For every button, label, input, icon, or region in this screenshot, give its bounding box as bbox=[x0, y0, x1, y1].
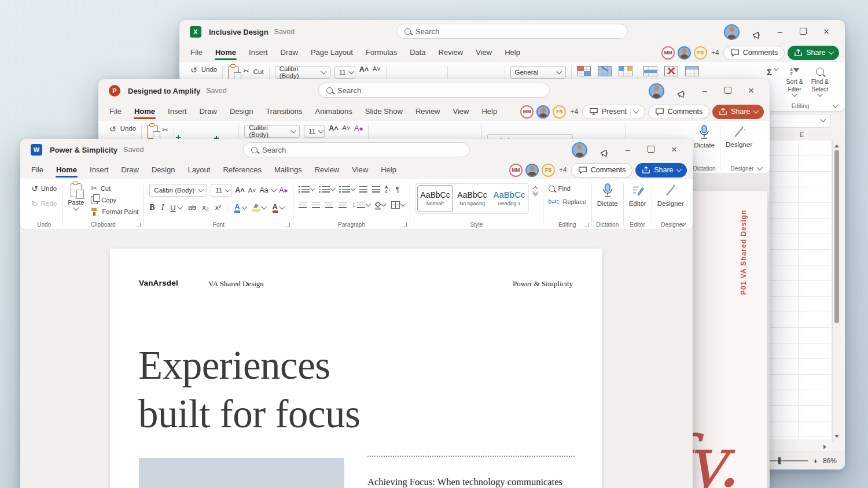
underline-icon[interactable]: U bbox=[170, 204, 175, 212]
minimize-button[interactable]: – bbox=[616, 139, 639, 161]
clear-formatting-icon[interactable]: A✱ bbox=[354, 125, 363, 132]
maximize-button[interactable] bbox=[716, 79, 740, 102]
zoom-slider-thumb[interactable] bbox=[778, 457, 781, 464]
font-name-combo[interactable]: Calibri (Body) bbox=[244, 125, 300, 138]
excel-tab-data[interactable]: Data bbox=[403, 44, 432, 61]
insert-cells-icon[interactable] bbox=[643, 66, 657, 76]
undo-icon[interactable]: ↺ bbox=[31, 184, 38, 193]
close-button[interactable]: × bbox=[663, 139, 686, 161]
grow-font-icon[interactable]: A˄ bbox=[329, 125, 338, 132]
cut-icon[interactable]: ✂ bbox=[162, 127, 168, 134]
word-tab-mailings[interactable]: Mailings bbox=[268, 161, 308, 179]
number-format-combo[interactable]: General bbox=[510, 66, 566, 79]
share-button[interactable]: Share bbox=[712, 105, 764, 119]
change-case-icon[interactable]: Aa bbox=[259, 187, 268, 194]
presence-avatar-mm[interactable]: MM bbox=[509, 164, 523, 177]
ppt-tab-review[interactable]: Review bbox=[409, 103, 447, 120]
scroll-up-arrow[interactable] bbox=[834, 142, 839, 147]
editor-icon[interactable] bbox=[631, 183, 644, 198]
ppt-tab-file[interactable]: File bbox=[103, 103, 128, 120]
presence-overflow-count[interactable]: +4 bbox=[711, 49, 719, 57]
ppt-tab-design[interactable]: Design bbox=[223, 103, 259, 120]
close-button[interactable]: × bbox=[740, 79, 763, 102]
designer-label[interactable]: Designer bbox=[657, 200, 684, 207]
shrink-font-icon[interactable]: A˅ bbox=[248, 187, 256, 194]
word-tab-review[interactable]: Review bbox=[308, 161, 346, 179]
maximize-button[interactable] bbox=[639, 139, 663, 161]
find-label[interactable]: Find bbox=[558, 185, 571, 192]
presence-avatar-fs[interactable]: FS bbox=[542, 164, 555, 177]
autosum-icon[interactable]: Σ bbox=[767, 68, 772, 76]
presence-avatar-photo[interactable] bbox=[678, 46, 691, 60]
ppt-search-box[interactable]: Search bbox=[318, 83, 550, 98]
font-size-combo[interactable]: 11 bbox=[211, 184, 231, 197]
excel-tab-home[interactable]: Home bbox=[209, 44, 242, 61]
excel-tab-help[interactable]: Help bbox=[498, 44, 527, 61]
excel-tab-view[interactable]: View bbox=[469, 44, 498, 61]
decrease-indent-icon[interactable] bbox=[359, 186, 367, 193]
word-tab-references[interactable]: References bbox=[216, 161, 267, 179]
paste-icon[interactable] bbox=[147, 125, 158, 139]
ppt-tab-home[interactable]: Home bbox=[128, 103, 161, 120]
conditional-formatting-icon[interactable] bbox=[577, 66, 591, 76]
designer-wand-icon[interactable] bbox=[664, 183, 677, 198]
font-name-combo[interactable]: Calibri (Body) bbox=[275, 66, 330, 79]
style-normal[interactable]: AaBbCc Normal* bbox=[417, 185, 453, 212]
ppt-tab-slide-show[interactable]: Slide Show bbox=[359, 103, 409, 120]
undo-icon[interactable]: ↺ bbox=[190, 66, 197, 74]
close-button[interactable]: × bbox=[815, 20, 838, 43]
presence-avatar-fs[interactable]: FS bbox=[553, 105, 566, 119]
comments-button[interactable]: Comments bbox=[723, 46, 785, 60]
scrollbar-thumb[interactable] bbox=[834, 150, 839, 323]
format-painter-label[interactable]: Format Paint bbox=[102, 208, 138, 215]
document-page[interactable]: VanArsdel VA Shared Design Power & Simpl… bbox=[110, 249, 602, 488]
font-size-combo[interactable]: 11 bbox=[334, 66, 355, 79]
font-color-icon[interactable]: A bbox=[273, 203, 278, 213]
user-avatar[interactable] bbox=[724, 24, 740, 40]
word-tab-file[interactable]: File bbox=[25, 161, 50, 179]
presence-overflow-count[interactable]: +4 bbox=[570, 108, 578, 116]
formula-bar-expand-chevron[interactable] bbox=[820, 117, 825, 122]
text-effects-icon[interactable]: A bbox=[234, 203, 240, 213]
paragraph-dialog-launcher[interactable] bbox=[402, 223, 407, 227]
shrink-font-icon[interactable]: A˅ bbox=[343, 125, 351, 131]
undo-label[interactable]: Undo bbox=[201, 66, 218, 73]
present-button[interactable]: Present bbox=[582, 105, 645, 119]
cut-icon[interactable]: ✂ bbox=[243, 68, 249, 75]
grow-font-icon[interactable]: A˄ bbox=[359, 66, 369, 73]
format-cells-icon[interactable] bbox=[685, 66, 699, 76]
share-button[interactable]: Share bbox=[788, 46, 839, 60]
feedback-megaphone-icon[interactable] bbox=[593, 142, 616, 158]
zoom-in-button[interactable]: + bbox=[813, 457, 818, 465]
align-right-icon[interactable] bbox=[325, 202, 333, 208]
excel-tab-insert[interactable]: Insert bbox=[242, 44, 274, 61]
scroll-down-arrow[interactable] bbox=[834, 435, 839, 440]
user-avatar[interactable] bbox=[649, 83, 664, 99]
excel-tab-file[interactable]: File bbox=[184, 44, 209, 61]
ppt-tab-view[interactable]: View bbox=[447, 103, 476, 120]
presence-avatar-photo[interactable] bbox=[525, 164, 539, 177]
subscript-icon[interactable]: x₂ bbox=[203, 204, 209, 212]
excel-tab-page-layout[interactable]: Page Layout bbox=[304, 44, 359, 61]
copy-label[interactable]: Copy bbox=[101, 197, 116, 204]
ppt-tab-transitions[interactable]: Transitions bbox=[259, 103, 308, 120]
sort-filter-button[interactable]: AZ Sort & Filter bbox=[786, 66, 803, 96]
format-as-table-icon[interactable] bbox=[598, 66, 612, 76]
style-no-spacing[interactable]: AaBbCc No Spacing bbox=[454, 185, 490, 212]
bullet-list-icon[interactable] bbox=[299, 186, 300, 193]
align-center-icon[interactable] bbox=[312, 202, 320, 208]
word-tab-home[interactable]: Home bbox=[50, 161, 83, 179]
copy-icon[interactable] bbox=[91, 196, 98, 204]
dictate-microphone-icon[interactable] bbox=[602, 183, 613, 198]
cut-label[interactable]: Cut bbox=[101, 185, 111, 192]
format-painter-icon[interactable] bbox=[91, 208, 98, 216]
cell-styles-icon[interactable] bbox=[619, 66, 632, 76]
font-size-combo[interactable]: 11 bbox=[304, 125, 325, 138]
word-tab-view[interactable]: View bbox=[345, 161, 374, 179]
presence-avatar-mm[interactable]: MM bbox=[520, 105, 534, 119]
delete-cells-icon[interactable] bbox=[664, 66, 678, 76]
designer-wand-icon[interactable] bbox=[733, 125, 745, 139]
sort-icon[interactable]: AZ↓ bbox=[385, 185, 391, 193]
excel-tab-formulas[interactable]: Formulas bbox=[359, 44, 403, 61]
ppt-tab-draw[interactable]: Draw bbox=[193, 103, 223, 120]
